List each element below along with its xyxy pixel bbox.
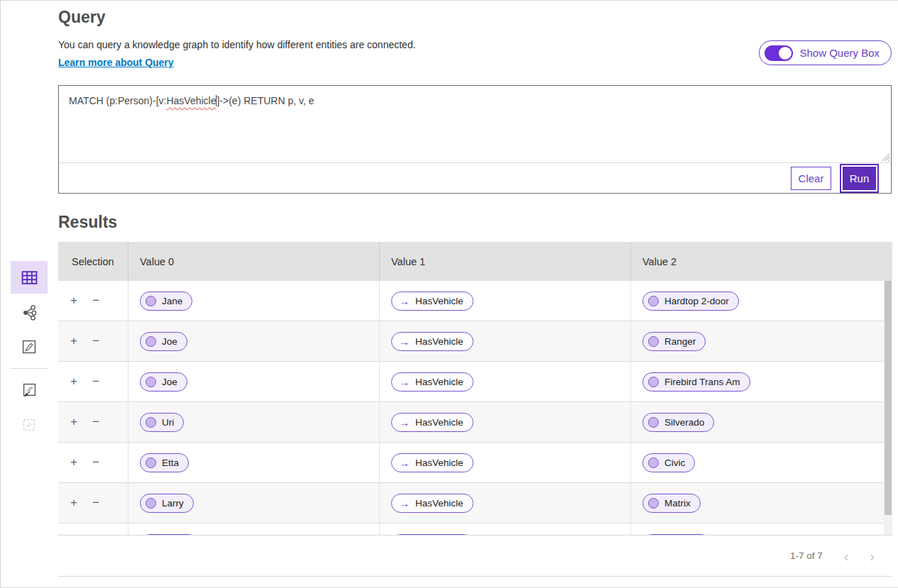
entity-pill[interactable]: Etta	[140, 453, 189, 472]
entity-label: Ranger	[664, 336, 696, 347]
entity-pill[interactable]: Uri	[140, 413, 184, 432]
table-view-button[interactable]	[11, 261, 48, 294]
relationship-pill[interactable]: → HasVehicle	[391, 332, 473, 351]
entity-circle-icon	[648, 296, 659, 306]
map-view-button[interactable]	[11, 331, 48, 363]
add-to-link-chart-button[interactable]	[11, 409, 48, 441]
relationship-pill[interactable]: → HasVehicle	[391, 494, 473, 513]
show-query-box-toggle[interactable]: Show Query Box	[759, 40, 892, 65]
remove-selection-button[interactable]: −	[92, 496, 99, 510]
entity-pill[interactable]: Jessie	[140, 534, 199, 536]
query-misspelled-word: HasVehicle	[166, 95, 216, 106]
rail-divider	[11, 368, 48, 369]
page-title: Query	[58, 8, 105, 27]
relationship-arrow-icon: →	[399, 296, 410, 306]
table-rows: + − Jane → HasVehicle Hardtop 2-door + −	[58, 281, 884, 535]
value2-cell: Hardtop 2-door	[631, 281, 884, 321]
relationship-label: HasVehicle	[415, 336, 464, 347]
value0-cell: Jane	[128, 281, 380, 321]
map-icon	[21, 338, 38, 355]
entity-pill[interactable]: Silverado	[642, 413, 714, 432]
entity-pill[interactable]: Hardtop 2-door	[642, 292, 739, 311]
relationship-arrow-icon: →	[399, 417, 410, 428]
link-chart-view-button[interactable]	[11, 296, 48, 328]
entity-pill[interactable]: Joe	[140, 372, 187, 392]
entity-circle-icon	[648, 377, 659, 387]
value2-cell: Civic	[631, 443, 884, 482]
selection-cell: + −	[58, 402, 128, 442]
add-to-link-chart-icon	[21, 417, 37, 433]
add-selection-button[interactable]: +	[70, 496, 77, 510]
page-description: You can query a knowledge graph to ident…	[58, 39, 416, 50]
clear-button[interactable]: Clear	[791, 167, 831, 190]
entity-pill[interactable]: Larry	[140, 494, 194, 513]
add-selection-button[interactable]: +	[70, 334, 77, 348]
add-selection-button[interactable]: +	[70, 415, 77, 429]
add-selection-button[interactable]: +	[70, 375, 77, 389]
entity-pill[interactable]: Matrix	[642, 494, 701, 513]
entity-label: Joe	[162, 377, 177, 387]
table-icon	[20, 268, 39, 287]
entity-label: Hardtop 2-door	[664, 296, 729, 306]
entity-pill[interactable]: Civic	[642, 453, 695, 472]
link-chart-icon	[21, 304, 38, 321]
value2-cell: Firebird Trans Am	[631, 362, 884, 401]
entity-pill[interactable]: Mustang	[642, 534, 711, 536]
entity-pill[interactable]: Firebird Trans Am	[642, 372, 750, 392]
run-button[interactable]: Run	[843, 167, 876, 190]
entity-pill[interactable]: Ranger	[642, 332, 706, 351]
remove-selection-button[interactable]: −	[92, 294, 99, 308]
results-view-rail	[11, 261, 48, 443]
learn-more-link[interactable]: Learn more about Query	[58, 57, 174, 68]
remove-selection-button[interactable]: −	[92, 455, 99, 470]
relationship-pill[interactable]: → HasVehicle	[391, 453, 473, 472]
entity-label: Etta	[162, 457, 179, 468]
value0-cell: Uri	[128, 402, 380, 442]
selection-cell: + −	[58, 523, 128, 535]
column-header-value1: Value 1	[380, 242, 631, 281]
add-selection-button[interactable]: +	[70, 455, 77, 470]
remove-selection-button[interactable]: −	[92, 334, 99, 348]
relationship-pill[interactable]: → HasVehicle	[391, 292, 473, 311]
relationship-label: HasVehicle	[415, 498, 464, 509]
value1-cell: → HasVehicle	[380, 402, 631, 442]
scrollbar-thumb[interactable]	[885, 281, 892, 515]
relationship-arrow-icon: →	[399, 457, 410, 468]
relationship-arrow-icon: →	[399, 377, 410, 387]
query-text-after: ]->(e) RETURN p, v, e	[217, 95, 314, 106]
entity-circle-icon	[146, 457, 156, 468]
query-text-before: MATCH (p:Person)-[v:	[69, 95, 166, 106]
add-selection-button[interactable]: +	[70, 294, 77, 308]
table-row: + − Etta → HasVehicle Civic	[58, 443, 884, 483]
table-row: + − Joe → HasVehicle Ranger	[58, 321, 884, 362]
column-header-value2: Value 2	[631, 242, 892, 281]
entity-pill[interactable]: Joe	[140, 332, 187, 351]
relationship-pill[interactable]: → HasVehicle	[391, 413, 473, 432]
relationship-pill[interactable]: → HasVehicle	[391, 534, 473, 536]
remove-selection-button[interactable]: −	[92, 375, 99, 389]
resize-handle-icon[interactable]	[880, 152, 889, 161]
entity-label: Civic	[664, 457, 685, 468]
relationship-label: HasVehicle	[415, 457, 464, 468]
column-header-value0: Value 0	[128, 242, 380, 281]
add-to-map-button[interactable]	[11, 374, 48, 406]
value0-cell: Joe	[128, 362, 380, 401]
table-header-row: Selection Value 0 Value 1 Value 2	[58, 242, 892, 281]
previous-page-button[interactable]: ‹	[844, 549, 849, 563]
remove-selection-button[interactable]: −	[92, 415, 99, 429]
query-input[interactable]: MATCH (p:Person)-[v:HasVehicle]->(e) RET…	[59, 86, 891, 163]
table-row: + − Joe → HasVehicle Firebird Trans Am	[58, 362, 884, 402]
relationship-pill[interactable]: → HasVehicle	[391, 372, 473, 392]
table-scrollbar[interactable]	[884, 281, 892, 535]
entity-circle-icon	[146, 296, 156, 306]
entity-label: Uri	[162, 417, 174, 428]
entity-pill[interactable]: Jane	[140, 292, 192, 311]
entity-circle-icon	[648, 336, 659, 347]
query-box: MATCH (p:Person)-[v:HasVehicle]->(e) RET…	[58, 85, 892, 194]
toggle-switch-icon[interactable]	[765, 45, 793, 61]
next-page-button[interactable]: ›	[870, 549, 875, 563]
value1-cell: → HasVehicle	[380, 362, 631, 401]
relationship-label: HasVehicle	[415, 377, 464, 387]
results-table: Selection Value 0 Value 1 Value 2 + − Ja…	[58, 242, 892, 577]
relationship-arrow-icon: →	[399, 498, 410, 509]
